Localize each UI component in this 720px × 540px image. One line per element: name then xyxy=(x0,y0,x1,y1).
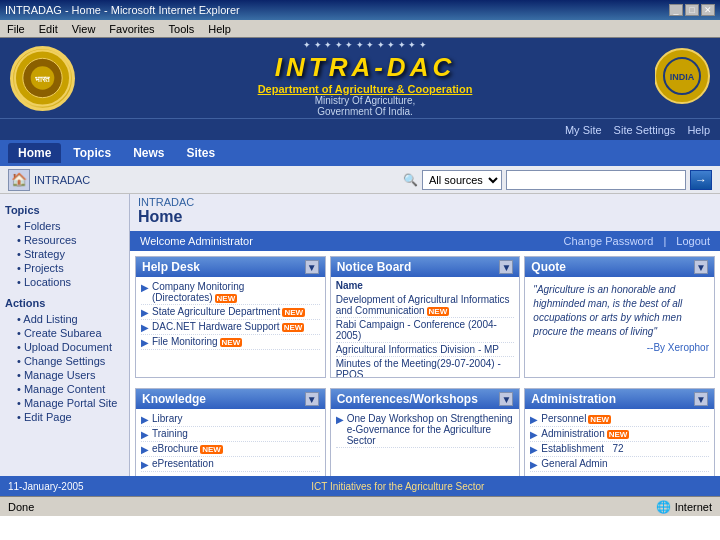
breadcrumb-intradac: INTRADAC xyxy=(34,174,90,186)
site-settings-link[interactable]: Site Settings xyxy=(614,124,676,136)
panel-conferences-header: Conferences/Workshops ▼ xyxy=(331,389,520,409)
sidebar-item-strategy[interactable]: Strategy xyxy=(5,247,124,261)
ministry-name: Ministry Of Agriculture, xyxy=(75,95,655,106)
home-icon-button[interactable]: 🏠 xyxy=(8,169,30,191)
topics-section-title: Topics xyxy=(5,204,124,216)
panel-conferences-toggle[interactable]: ▼ xyxy=(499,392,513,406)
nav-sites[interactable]: Sites xyxy=(176,143,225,163)
sidebar-action-manage-users[interactable]: Manage Users xyxy=(5,368,124,382)
page-title-area: INTRADAC Home xyxy=(130,194,720,231)
sidebar-item-resources[interactable]: Resources xyxy=(5,233,124,247)
search-icon: 🔍 xyxy=(403,173,418,187)
list-item[interactable]: ▶ State Agriculture DepartmentNEW xyxy=(141,305,320,320)
list-item[interactable]: ▶ Training xyxy=(141,427,320,442)
page-title: Home xyxy=(138,208,712,226)
logout-link[interactable]: Logout xyxy=(676,235,710,247)
sidebar-item-projects[interactable]: Projects xyxy=(5,261,124,275)
content-area: INTRADAC Home Welcome Administrator Chan… xyxy=(130,194,720,476)
sidebar-action-change-settings[interactable]: Change Settings xyxy=(5,354,124,368)
panel-quote: Quote ▼ "Agriculture is an honorable and… xyxy=(524,256,715,378)
main-layout: Topics Folders Resources Strategy Projec… xyxy=(0,194,720,476)
titlebar: INTRADAG - Home - Microsoft Internet Exp… xyxy=(0,0,720,20)
menu-file[interactable]: File xyxy=(4,22,28,36)
breadcrumb-area: 🏠 INTRADAC xyxy=(8,169,399,191)
menu-edit[interactable]: Edit xyxy=(36,22,61,36)
nav-home[interactable]: Home xyxy=(8,143,61,163)
menu-view[interactable]: View xyxy=(69,22,99,36)
panel-administration-header: Administration ▼ xyxy=(525,389,714,409)
change-password-link[interactable]: Change Password xyxy=(564,235,654,247)
list-item[interactable]: ▶ eBrochureNEW xyxy=(141,442,320,457)
quote-author: --By Xerophor xyxy=(530,342,709,353)
panels-row1: Help Desk ▼ ▶ Company Monitoring (Direct… xyxy=(130,251,720,383)
titlebar-controls: _ □ ✕ xyxy=(669,4,715,16)
sidebar-action-upload-doc[interactable]: Upload Document xyxy=(5,340,124,354)
breadcrumb-label: INTRADAC xyxy=(138,196,712,208)
panel-noticeboard-toggle[interactable]: ▼ xyxy=(499,260,513,274)
minimize-button[interactable]: _ xyxy=(669,4,683,16)
panel-conferences: Conferences/Workshops ▼ ▶ One Day Worksh… xyxy=(330,388,521,476)
nav-topics[interactable]: Topics xyxy=(63,143,121,163)
menu-help[interactable]: Help xyxy=(205,22,234,36)
sidebar-item-folders[interactable]: Folders xyxy=(5,219,124,233)
bottom-bar: 11-January-2005 ICT Initiatives for the … xyxy=(0,476,720,496)
panel-noticeboard: Notice Board ▼ Name Development of Agric… xyxy=(330,256,521,378)
search-go-button[interactable]: → xyxy=(690,170,712,190)
logo-left: भारत xyxy=(10,46,75,111)
panel-noticeboard-body: Name Development of Agricultural Informa… xyxy=(331,277,520,377)
panel-quote-toggle[interactable]: ▼ xyxy=(694,260,708,274)
list-item[interactable]: ▶ PersonnelNEW xyxy=(530,412,709,427)
list-item[interactable]: ▶ General Admin xyxy=(530,457,709,472)
maximize-button[interactable]: □ xyxy=(685,4,699,16)
sidebar-action-add-listing[interactable]: Add Listing xyxy=(5,312,124,326)
list-item[interactable]: ▶ File MonitoringNEW xyxy=(141,335,320,350)
menu-favorites[interactable]: Favorites xyxy=(106,22,157,36)
panel-helpdesk-toggle[interactable]: ▼ xyxy=(305,260,319,274)
list-item[interactable]: Agricultural Informatics Division - MP xyxy=(336,343,515,357)
menubar: File Edit View Favorites Tools Help xyxy=(0,20,720,38)
status-text: Done xyxy=(8,501,34,513)
list-item[interactable]: ▶ AdministrationNEW xyxy=(530,427,709,442)
site-logo-text: INTRA-DAC xyxy=(75,52,655,83)
help-link[interactable]: Help xyxy=(687,124,710,136)
titlebar-title: INTRADAG - Home - Microsoft Internet Exp… xyxy=(5,4,240,16)
list-item[interactable]: ▶ Company Monitoring (Directorates)NEW xyxy=(141,280,320,305)
panel-helpdesk: Help Desk ▼ ▶ Company Monitoring (Direct… xyxy=(135,256,326,378)
list-item[interactable]: ▶ Library xyxy=(141,412,320,427)
ticker-text: ICT Initiatives for the Agriculture Sect… xyxy=(311,481,484,492)
sidebar-action-create-subarea[interactable]: Create Subarea xyxy=(5,326,124,340)
panel-helpdesk-body: ▶ Company Monitoring (Directorates)NEW ▶… xyxy=(136,277,325,357)
sidebar-action-manage-portal[interactable]: Manage Portal Site xyxy=(5,396,124,410)
actions-section-title: Actions xyxy=(5,297,124,309)
noticeboard-col-header: Name xyxy=(336,280,515,291)
panel-conferences-body: ▶ One Day Workshop on Strengthening e-Go… xyxy=(331,409,520,476)
search-input[interactable] xyxy=(506,170,686,190)
sidebar-action-edit-page[interactable]: Edit Page xyxy=(5,410,124,424)
sidebar-action-manage-content[interactable]: Manage Content xyxy=(5,382,124,396)
menu-tools[interactable]: Tools xyxy=(166,22,198,36)
sidebar-item-locations[interactable]: Locations xyxy=(5,275,124,289)
panel-helpdesk-header: Help Desk ▼ xyxy=(136,257,325,277)
internet-icon: 🌐 xyxy=(656,500,671,514)
list-item[interactable]: Rabi Campaign - Conference (2004-2005) xyxy=(336,318,515,343)
site-header: भारत ✦ ✦ ✦ ✦ ✦ ✦ ✦ ✦ ✦ ✦ ✦ ✦ INTRA-DAC D… xyxy=(0,38,720,118)
welcome-bar: Welcome Administrator Change Password | … xyxy=(130,231,720,251)
list-item[interactable]: ▶ One Day Workshop on Strengthening e-Go… xyxy=(336,412,515,448)
close-button[interactable]: ✕ xyxy=(701,4,715,16)
nav-news[interactable]: News xyxy=(123,143,174,163)
panel-administration-toggle[interactable]: ▼ xyxy=(694,392,708,406)
mysite-bar: My Site Site Settings Help xyxy=(0,118,720,140)
zone-text: Internet xyxy=(675,501,712,513)
mysite-link[interactable]: My Site xyxy=(565,124,602,136)
svg-text:INDIA: INDIA xyxy=(670,72,695,82)
list-item[interactable]: ▶ DAC.NET Hardware SupportNEW xyxy=(141,320,320,335)
list-item[interactable]: ▶ Establishment 72 xyxy=(530,442,709,457)
search-right: 🔍 All sources → xyxy=(403,170,712,190)
list-item[interactable]: Minutes of the Meeting(29-07-2004) - PPQ… xyxy=(336,357,515,377)
list-item[interactable]: Development of Agricultural Informatics … xyxy=(336,293,515,318)
list-item[interactable]: ▶ ePresentation xyxy=(141,457,320,472)
search-source-select[interactable]: All sources xyxy=(422,170,502,190)
panel-knowledge-toggle[interactable]: ▼ xyxy=(305,392,319,406)
panel-administration-body: ▶ PersonnelNEW ▶ AdministrationNEW ▶ Est… xyxy=(525,409,714,476)
welcome-links: Change Password | Logout xyxy=(564,235,710,247)
